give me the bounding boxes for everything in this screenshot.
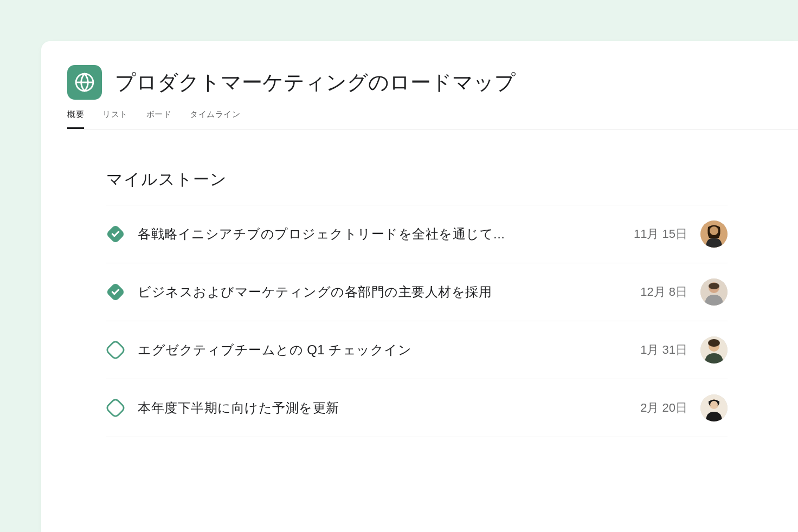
milestone-title: ビジネスおよびマーケティングの各部門の主要人材を採用 — [138, 283, 615, 301]
svg-point-13 — [708, 339, 720, 347]
milestone-title: 各戦略イニシアチブのプロジェクトリードを全社を通じて... — [138, 225, 615, 243]
milestone-row[interactable]: ビジネスおよびマーケティングの各部門の主要人材を採用 12月 8日 — [106, 263, 728, 321]
svg-rect-14 — [106, 399, 125, 417]
milestone-row[interactable]: 各戦略イニシアチブのプロジェクトリードを全社を通じて... 11月 15日 — [106, 205, 728, 263]
milestone-date: 11月 15日 — [628, 226, 687, 242]
milestone-list: 各戦略イニシアチブのプロジェクトリードを全社を通じて... 11月 15日 — [106, 205, 728, 437]
tab-list[interactable]: リスト — [102, 109, 128, 129]
milestone-incomplete-icon[interactable] — [106, 399, 125, 417]
svg-point-5 — [710, 226, 718, 235]
milestone-date: 1月 31日 — [628, 342, 687, 358]
tabs-bar: 概要 リスト ボード タイムライン — [67, 109, 798, 129]
milestone-incomplete-icon[interactable] — [106, 341, 125, 359]
avatar[interactable] — [700, 278, 728, 306]
milestone-date: 12月 8日 — [628, 284, 687, 300]
milestone-row[interactable]: 本年度下半期に向けた予測を更新 2月 20日 — [106, 379, 728, 437]
avatar[interactable] — [700, 394, 728, 421]
milestone-title: エグゼクティブチームとの Q1 チェックイン — [138, 341, 615, 359]
svg-point-9 — [709, 283, 719, 289]
milestone-title: 本年度下半期に向けた予測を更新 — [138, 399, 615, 417]
section-title: マイルストーン — [106, 168, 728, 191]
content-area: マイルストーン 各戦略イニシアチブのプロジェクトリードを全社を通じて... 11… — [67, 129, 798, 437]
milestone-complete-icon[interactable] — [106, 225, 125, 243]
tab-overview[interactable]: 概要 — [67, 109, 84, 129]
svg-rect-10 — [106, 341, 125, 359]
project-header: プロダクトマーケティングのロードマップ — [67, 65, 798, 100]
svg-point-17 — [710, 401, 718, 408]
avatar[interactable] — [700, 220, 728, 248]
project-icon[interactable] — [67, 65, 102, 100]
milestone-date: 2月 20日 — [628, 400, 687, 416]
app-container: プロダクトマーケティングのロードマップ 概要 リスト ボード タイムライン マイ… — [41, 41, 798, 532]
milestone-row[interactable]: エグゼクティブチームとの Q1 チェックイン 1月 31日 — [106, 321, 728, 379]
tab-board[interactable]: ボード — [146, 109, 172, 129]
globe-icon — [74, 72, 95, 93]
milestone-complete-icon[interactable] — [106, 283, 125, 301]
avatar[interactable] — [700, 336, 728, 364]
project-title: プロダクトマーケティングのロードマップ — [115, 69, 516, 96]
tab-timeline[interactable]: タイムライン — [190, 109, 240, 129]
